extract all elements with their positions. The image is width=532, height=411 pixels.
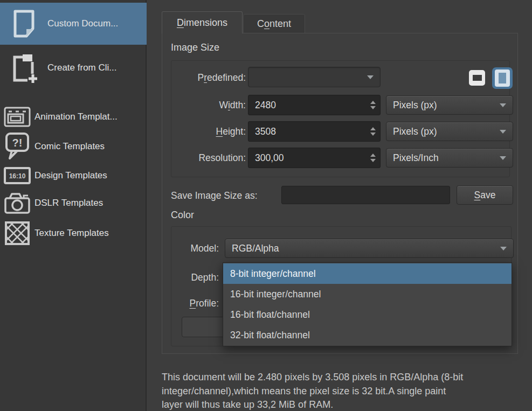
image-size-groupbox: Predefined: Width: Pixels (px) <box>171 60 510 177</box>
depth-option-8bit-integer[interactable]: 8-bit integer/channel <box>223 263 512 284</box>
sidebar-item-design-templates[interactable]: 16:10 Design Templates <box>0 165 147 186</box>
resolution-value[interactable] <box>248 148 380 168</box>
height-unit-value: Pixels (px) <box>386 126 500 137</box>
model-label: Model: <box>171 239 219 258</box>
width-label: Width: <box>171 95 246 115</box>
summary-line: This document will be 2.480 pixels by 3.… <box>162 371 532 385</box>
portrait-orientation-button[interactable] <box>492 67 513 89</box>
svg-text:?!: ?! <box>12 137 23 149</box>
sidebar-item-animation-templates[interactable]: Animation Templat... <box>0 105 147 129</box>
sidebar-item-label: Design Templates <box>34 170 107 181</box>
predefined-select[interactable] <box>248 67 381 87</box>
animation-templates-icon <box>0 106 34 128</box>
chevron-down-icon <box>500 247 507 250</box>
save-image-size-label: Save Image Size as: <box>171 186 279 205</box>
tab-dimensions[interactable]: Dimensions <box>162 11 243 33</box>
summary-line: layer will thus take up 33,2 MiB of RAM. <box>162 398 532 411</box>
width-value[interactable] <box>248 95 380 115</box>
svg-text:16:10: 16:10 <box>9 172 26 180</box>
krita-new-document-dialog: Custom Docum... Create from Cli... <box>0 0 532 411</box>
depth-option-32bit-float[interactable]: 32-bit float/channel <box>223 325 512 345</box>
model-select[interactable]: RGB/Alpha <box>225 239 514 258</box>
template-sidebar: Custom Docum... Create from Cli... <box>0 0 147 411</box>
sidebar-item-label: Texture Templates <box>34 228 109 239</box>
resolution-unit-value: Pixels/Inch <box>386 152 500 164</box>
depth-option-16bit-float[interactable]: 16-bit float/channel <box>223 304 512 325</box>
color-section-title: Color <box>171 210 194 221</box>
width-input[interactable] <box>248 95 381 115</box>
design-templates-icon: 16:10 <box>0 167 34 184</box>
depth-dropdown-popup: 8-bit integer/channel 16-bit integer/cha… <box>223 262 512 346</box>
chevron-down-icon <box>367 75 374 79</box>
resolution-input[interactable] <box>248 148 381 168</box>
height-label: Height: <box>171 121 246 142</box>
sidebar-item-create-from-clipboard[interactable]: Create from Cli... <box>0 50 147 86</box>
document-summary-text: This document will be 2.480 pixels by 3.… <box>162 371 532 411</box>
resolution-unit-select[interactable]: Pixels/Inch <box>386 148 513 168</box>
dslr-templates-icon <box>0 192 34 214</box>
portrait-icon <box>495 69 510 87</box>
sidebar-item-texture-templates[interactable]: Texture Templates <box>0 220 147 247</box>
landscape-orientation-button[interactable] <box>469 70 485 86</box>
sidebar-item-custom-document[interactable]: Custom Docum... <box>0 3 147 45</box>
height-unit-select[interactable]: Pixels (px) <box>386 122 513 141</box>
depth-label: Depth: <box>171 268 219 287</box>
save-image-size-input[interactable] <box>281 186 450 204</box>
width-spinner[interactable] <box>369 95 377 115</box>
profile-label: Profile: <box>171 294 219 313</box>
custom-document-icon <box>0 9 47 38</box>
predefined-label: Predefined: <box>171 67 246 88</box>
sidebar-item-label: DSLR Templates <box>34 198 103 208</box>
height-input[interactable] <box>248 121 381 142</box>
sidebar-item-label: Custom Docum... <box>47 18 118 29</box>
width-unit-select[interactable]: Pixels (px) <box>386 95 513 115</box>
chevron-down-icon <box>500 156 506 160</box>
chevron-down-icon <box>500 130 506 134</box>
summary-line: integer/channel),which means the pixel s… <box>162 385 532 399</box>
sidebar-item-label: Animation Templat... <box>34 112 118 122</box>
chevron-down-icon <box>500 103 506 107</box>
depth-option-16bit-integer[interactable]: 16-bit integer/channel <box>223 284 512 304</box>
sidebar-item-dslr-templates[interactable]: DSLR Templates <box>0 190 147 217</box>
width-unit-value: Pixels (px) <box>386 100 500 111</box>
create-from-clipboard-icon <box>0 52 47 84</box>
save-image-size-button[interactable]: Save <box>457 185 513 205</box>
resolution-label: Resolution: <box>171 148 246 168</box>
image-size-section-title: Image Size <box>171 42 219 53</box>
sidebar-item-label: Comic Templates <box>34 141 105 152</box>
model-value: RGB/Alpha <box>225 243 500 254</box>
height-value[interactable] <box>248 122 380 141</box>
landscape-icon <box>473 75 482 81</box>
sidebar-item-comic-templates[interactable]: ?! Comic Templates <box>0 133 147 161</box>
resolution-spinner[interactable] <box>369 148 377 168</box>
tab-content[interactable]: Content <box>243 14 305 33</box>
texture-templates-icon <box>0 221 34 245</box>
comic-templates-icon: ?! <box>0 132 34 161</box>
height-spinner[interactable] <box>369 122 377 141</box>
sidebar-item-label: Create from Cli... <box>47 62 116 73</box>
